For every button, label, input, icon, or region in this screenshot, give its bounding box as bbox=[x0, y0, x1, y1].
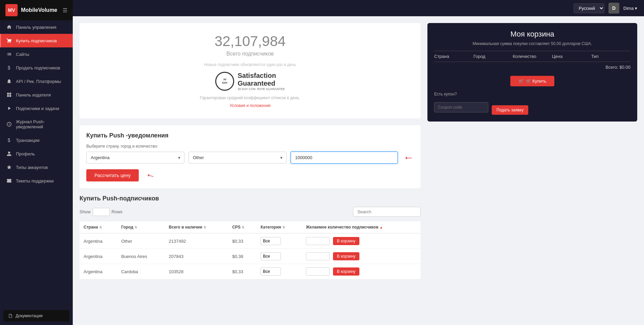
category-input[interactable] bbox=[261, 252, 281, 260]
sort-cps-icon[interactable]: ⇅ bbox=[242, 225, 244, 229]
country-select[interactable]: Argentina Russia USA Germany bbox=[86, 152, 184, 164]
list-icon bbox=[6, 51, 12, 57]
add-to-cart-button[interactable]: В корзину bbox=[333, 267, 360, 276]
sidebar-item-label: Типы аккаунтов bbox=[16, 165, 48, 170]
sidebar-item-transactions[interactable]: Транзакции bbox=[0, 133, 73, 147]
coupon-section: Есть купон? Подать заявку bbox=[434, 92, 630, 115]
satisfaction-badge: 30DAY Satisfaction Guaranteed 30 DAY CON… bbox=[86, 72, 414, 91]
sidebar-item-sell[interactable]: Продать подписчиков bbox=[0, 61, 73, 74]
guarantee-text: Гарантирован средний коэффициент отписок… bbox=[86, 95, 414, 100]
cart-icon bbox=[6, 38, 12, 43]
topbar: Русский English D Dima bbox=[73, 0, 644, 16]
sidebar-item-support[interactable]: Тикеты поддержки bbox=[0, 174, 73, 188]
cart-column-headers: Страна Город Количество Цена Тип bbox=[434, 51, 630, 62]
sidebar-item-dashboard[interactable]: Панель управления bbox=[0, 20, 73, 34]
cart-col-type: Тип bbox=[591, 54, 630, 59]
table-row: Argentina Cardoba 103528 $0,33 В корзину bbox=[80, 264, 421, 279]
desired-qty-input[interactable] bbox=[306, 267, 330, 276]
cart-panel: Моя корзина Минимальная сумма покупки со… bbox=[427, 23, 637, 122]
sidebar-item-buy-subscribers[interactable]: Купить подписчиков bbox=[0, 34, 73, 47]
cell-country: Argentina bbox=[80, 249, 117, 264]
category-input[interactable] bbox=[261, 237, 281, 245]
satisfaction-line1: Satisfaction bbox=[238, 72, 285, 80]
desired-qty-input[interactable] bbox=[306, 237, 330, 245]
sort-category-icon[interactable]: ⇅ bbox=[282, 225, 285, 229]
form-label: Выберите страну, город и количество: bbox=[86, 144, 414, 149]
satisfaction-text-wrap: Satisfaction Guaranteed 30 DAY CON. RATE… bbox=[238, 72, 285, 91]
cell-total: 207843 bbox=[165, 249, 228, 264]
sidebar-item-profile[interactable]: Профиль bbox=[0, 147, 73, 160]
sidebar: MV MobileVolume ☰ Панель управления Купи… bbox=[0, 0, 73, 325]
docs-label: Документация bbox=[16, 313, 43, 318]
col-cps: CPS ⇅ bbox=[228, 221, 257, 233]
col-category: Категория ⇅ bbox=[257, 221, 302, 233]
table-body: Argentina Other 2137492 $0,33 В корзину … bbox=[80, 233, 421, 279]
cell-desired: В корзину bbox=[302, 233, 421, 249]
calc-row: Рассчитать цену ← bbox=[86, 169, 414, 181]
sort-desired-icon[interactable]: ▲ bbox=[379, 225, 383, 229]
sort-country-icon[interactable]: ⇅ bbox=[99, 225, 102, 229]
quantity-input[interactable] bbox=[291, 152, 398, 164]
sidebar-item-account-types[interactable]: Типы аккаунтов bbox=[0, 160, 73, 174]
sort-city-icon[interactable]: ⇅ bbox=[134, 225, 137, 229]
col-desired: Желаемое количество подписчиков ▲ bbox=[302, 221, 421, 233]
sidebar-item-label: Подписчики и задачи bbox=[16, 106, 59, 111]
sidebar-item-label: Тикеты поддержки bbox=[16, 178, 53, 183]
country-dropdown-wrap: Argentina Russia USA Germany ▼ bbox=[86, 152, 184, 164]
sidebar-item-sites[interactable]: Сайты bbox=[0, 47, 73, 61]
search-input[interactable] bbox=[353, 207, 421, 217]
coupon-input-row: Подать заявку bbox=[434, 100, 630, 115]
satisfaction-sub: 30 DAY CON. RATE GUARANTEE bbox=[238, 87, 285, 91]
main-content: Русский English D Dima 32,107,984 Всего … bbox=[73, 0, 644, 325]
sidebar-item-label: Профиль bbox=[16, 151, 35, 156]
arrow-down-icon: ← bbox=[144, 169, 157, 182]
left-panel: 32,107,984 Всего подписчиков Новые подпи… bbox=[80, 23, 421, 279]
city-select[interactable]: Other Buenos Aires Cordoba bbox=[188, 152, 287, 164]
sidebar-item-push-log[interactable]: Журнал Push-уведомлений bbox=[0, 115, 73, 133]
sidebar-item-api[interactable]: API / Рек. Платформы bbox=[0, 74, 73, 88]
docs-icon bbox=[8, 313, 13, 318]
add-to-cart-button[interactable]: В корзину bbox=[333, 252, 360, 260]
terms-link[interactable]: Условия и положения bbox=[230, 103, 271, 108]
cell-cps: $0,33 bbox=[228, 264, 257, 279]
cell-city: Buenos Aires bbox=[117, 249, 165, 264]
desired-qty-input[interactable] bbox=[306, 252, 330, 260]
cell-cps: $0,33 bbox=[228, 233, 257, 249]
buy-button[interactable]: 🛒 🛒 Купить bbox=[510, 76, 555, 86]
cart-col-qty: Количество bbox=[513, 54, 552, 59]
subscribers-label: Всего подписчиков bbox=[86, 51, 414, 57]
table-row: Argentina Buenos Aires 207843 $0,38 В ко… bbox=[80, 249, 421, 264]
cart-col-price: Цена bbox=[552, 54, 591, 59]
sidebar-item-label: Панель издателя bbox=[16, 92, 51, 98]
sidebar-item-subscribers[interactable]: Подписчики и задачи bbox=[0, 102, 73, 115]
cell-total: 2137492 bbox=[165, 233, 228, 249]
cell-country: Argentina bbox=[80, 233, 117, 249]
rows-input[interactable] bbox=[93, 208, 110, 216]
cart-icon-btn: 🛒 bbox=[518, 79, 524, 84]
user-avatar: D bbox=[608, 3, 619, 14]
sidebar-item-label: Журнал Push-уведомлений bbox=[16, 119, 67, 129]
total-value: $0.00 bbox=[619, 65, 630, 70]
show-rows-control: Show Rows bbox=[80, 208, 123, 216]
user-name[interactable]: Dima bbox=[623, 6, 637, 11]
add-to-cart-button[interactable]: В корзину bbox=[333, 237, 360, 245]
buy-notifications-title: Купить Push -уведомления bbox=[86, 132, 414, 139]
home-icon bbox=[6, 24, 12, 30]
dollar2-icon bbox=[6, 137, 12, 143]
logo-icon: MV bbox=[5, 4, 18, 16]
calc-price-button[interactable]: Рассчитать цену bbox=[86, 169, 139, 181]
docs-button[interactable]: Документация bbox=[3, 310, 69, 322]
subscribers-count: 32,107,984 bbox=[86, 33, 414, 49]
cell-country: Argentina bbox=[80, 264, 117, 279]
dropdowns-row: Argentina Russia USA Germany ▼ Other Bue… bbox=[86, 151, 414, 164]
menu-icon[interactable]: ☰ bbox=[63, 7, 67, 14]
buy-notifications-section: Купить Push -уведомления Выберите страну… bbox=[80, 125, 421, 188]
submit-button[interactable]: Подать заявку bbox=[492, 105, 528, 115]
sort-total-icon[interactable]: ⇅ bbox=[203, 225, 206, 229]
category-input[interactable] bbox=[261, 267, 281, 276]
show-label: Show bbox=[80, 209, 91, 214]
cell-city: Other bbox=[117, 233, 165, 249]
language-select[interactable]: Русский English bbox=[574, 3, 604, 13]
sidebar-item-publisher[interactable]: Панель издателя bbox=[0, 88, 73, 102]
coupon-input[interactable] bbox=[434, 102, 488, 112]
